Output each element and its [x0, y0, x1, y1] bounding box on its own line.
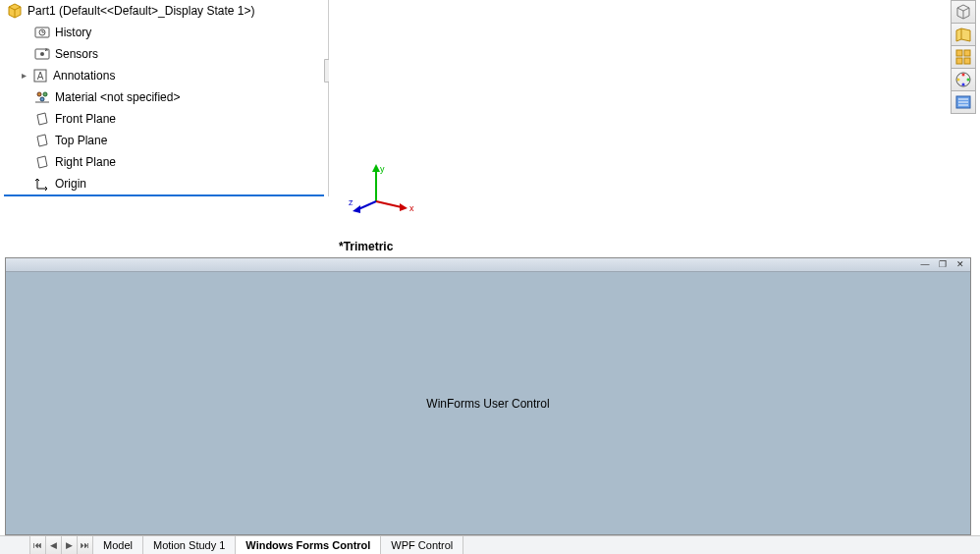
- history-icon: [33, 24, 51, 41]
- taskpane-toolbar: [951, 0, 980, 113]
- svg-rect-15: [956, 50, 962, 56]
- tree-item-label: Right Plane: [55, 151, 116, 173]
- svg-line-11: [376, 201, 402, 207]
- tab-label: WPF Control: [391, 539, 453, 551]
- expander-icon[interactable]: ▸: [22, 65, 31, 86]
- part-icon: [6, 2, 24, 20]
- svg-point-7: [43, 92, 47, 96]
- tab-nav-next[interactable]: ▶: [61, 536, 77, 554]
- svg-point-3: [40, 52, 44, 56]
- tree-item-front-plane[interactable]: Front Plane: [0, 108, 328, 130]
- material-icon: [33, 88, 51, 106]
- tree-item-label: Top Plane: [55, 130, 107, 151]
- axis-x-label: x: [409, 203, 414, 213]
- tree-divider: [4, 194, 324, 196]
- graphics-viewport[interactable]: y x z *Trimetric: [329, 0, 951, 255]
- taskpane-body: WinForms User Control: [6, 272, 970, 534]
- tab-model[interactable]: Model: [93, 536, 143, 554]
- tree-item-label: Front Plane: [55, 108, 116, 130]
- svg-point-6: [37, 92, 41, 96]
- view-orientation-label: *Trimetric: [339, 240, 393, 253]
- tab-nav-first[interactable]: ⏮: [29, 536, 45, 554]
- tree-item-annotations[interactable]: ▸ A Annotations: [0, 65, 328, 86]
- tree-item-origin[interactable]: Origin: [0, 173, 328, 194]
- tab-nav-group: ⏮ ◀ ▶ ⏭: [29, 536, 93, 554]
- tab-winforms-control[interactable]: Windows Forms Control: [236, 536, 381, 554]
- plane-icon: [33, 153, 51, 171]
- plane-icon: [33, 132, 51, 149]
- tree-item-material[interactable]: Material <not specified>: [0, 86, 328, 108]
- tab-label: Windows Forms Control: [245, 539, 370, 551]
- orientation-triad: y x z: [349, 162, 417, 221]
- tree-item-sensors[interactable]: Sensors: [0, 43, 328, 65]
- bottom-tab-strip: ⏮ ◀ ▶ ⏭ Model Motion Study 1 Windows For…: [0, 535, 980, 554]
- taskpane-titlebar: — ❐ ✕: [6, 258, 970, 272]
- tab-wpf-control[interactable]: WPF Control: [381, 536, 463, 554]
- svg-rect-18: [964, 58, 970, 64]
- svg-marker-12: [400, 203, 408, 211]
- svg-marker-10: [372, 164, 380, 172]
- tree-item-top-plane[interactable]: Top Plane: [0, 130, 328, 151]
- plane-icon: [33, 110, 51, 128]
- tab-label: Motion Study 1: [153, 539, 225, 551]
- close-button[interactable]: ✕: [954, 260, 966, 270]
- taskpane-body-text: WinForms User Control: [426, 397, 549, 411]
- svg-text:A: A: [37, 71, 44, 82]
- taskpane-panel: — ❐ ✕ WinForms User Control: [5, 257, 971, 535]
- design-library-button[interactable]: [951, 23, 976, 46]
- svg-point-8: [40, 97, 44, 101]
- svg-point-23: [957, 79, 960, 82]
- axis-z-label: z: [349, 197, 354, 207]
- tree-item-label: Material <not specified>: [55, 86, 180, 108]
- svg-point-20: [962, 74, 965, 77]
- tree-item-history[interactable]: History: [0, 22, 328, 43]
- svg-point-22: [962, 83, 965, 86]
- svg-point-21: [967, 79, 970, 82]
- tree-item-label: Annotations: [53, 65, 115, 86]
- maximize-button[interactable]: ❐: [937, 260, 949, 270]
- svg-marker-14: [353, 205, 360, 213]
- origin-icon: [33, 175, 51, 193]
- axis-y-label: y: [380, 164, 385, 174]
- sensors-icon: [33, 45, 51, 63]
- svg-line-13: [358, 201, 376, 209]
- tree-root-label: Part1 (Default<<Default>_Display State 1…: [27, 0, 254, 22]
- tree-item-label: History: [55, 22, 91, 43]
- annotations-icon: A: [31, 67, 49, 84]
- sw-resources-button[interactable]: [951, 0, 976, 24]
- tab-nav-last[interactable]: ⏭: [77, 536, 92, 554]
- tree-item-right-plane[interactable]: Right Plane: [0, 151, 328, 173]
- tab-motion-study[interactable]: Motion Study 1: [143, 536, 236, 554]
- tree-item-label: Sensors: [55, 43, 98, 65]
- svg-rect-17: [956, 58, 962, 64]
- tree-root-item[interactable]: Part1 (Default<<Default>_Display State 1…: [0, 0, 328, 22]
- appearances-button[interactable]: [951, 68, 976, 91]
- svg-rect-16: [964, 50, 970, 56]
- tree-item-label: Origin: [55, 173, 86, 194]
- feature-manager-tree: Part1 (Default<<Default>_Display State 1…: [0, 0, 329, 196]
- minimize-button[interactable]: —: [919, 260, 931, 270]
- custom-properties-button[interactable]: [951, 90, 976, 114]
- file-explorer-button[interactable]: [951, 45, 976, 69]
- tab-label: Model: [103, 539, 133, 551]
- tab-nav-prev[interactable]: ◀: [45, 536, 61, 554]
